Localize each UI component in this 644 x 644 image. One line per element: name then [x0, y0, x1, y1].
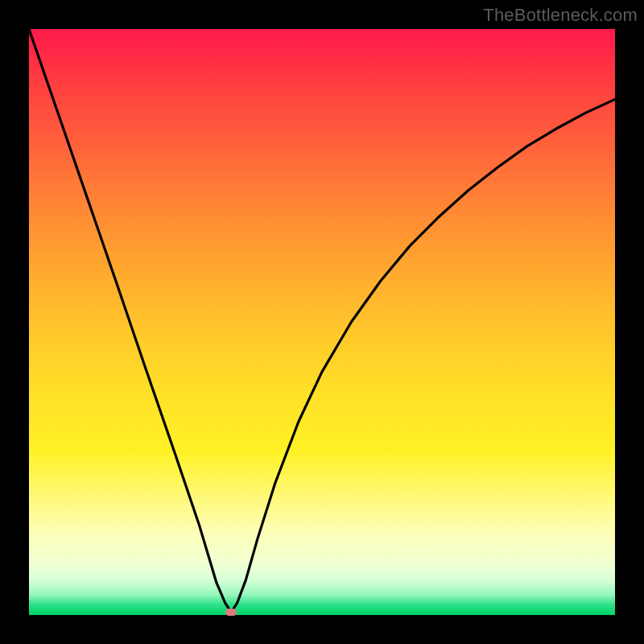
chart-frame: TheBottleneck.com [0, 0, 644, 644]
chart-plot-area [29, 29, 615, 615]
bottleneck-curve [29, 29, 615, 615]
watermark-text: TheBottleneck.com [483, 5, 638, 26]
optimum-marker [225, 609, 237, 616]
